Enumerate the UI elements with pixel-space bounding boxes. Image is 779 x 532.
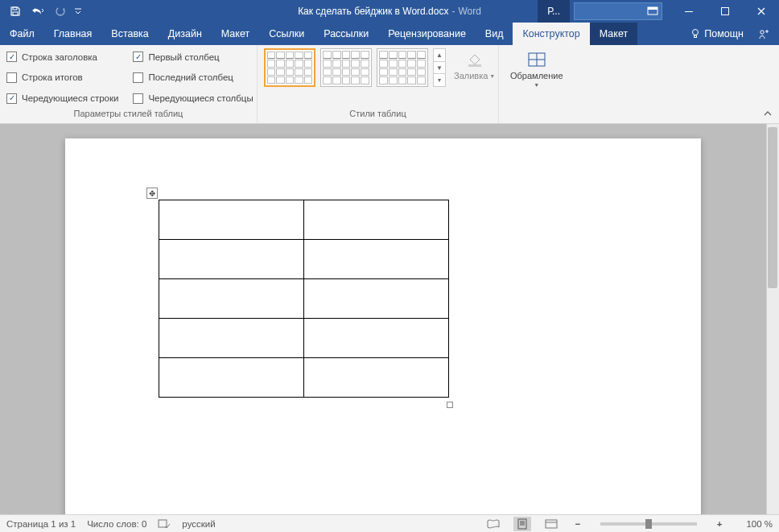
svg-rect-14	[159, 520, 167, 527]
group-label: Параметры стилей таблиц	[6, 107, 250, 122]
account-tab[interactable]: Р...	[538, 0, 570, 23]
svg-point-2	[56, 7, 64, 15]
ribbon-tabs: Файл Главная Вставка Дизайн Макет Ссылки…	[0, 23, 779, 45]
style-thumb-2[interactable]	[320, 48, 372, 87]
check-last-column[interactable]: Последний столбец	[133, 69, 253, 87]
table-row[interactable]	[159, 279, 449, 319]
document-canvas[interactable]: ✥	[0, 124, 766, 514]
tab-mailings[interactable]: Рассылки	[314, 23, 378, 45]
minimize-button[interactable]	[670, 0, 707, 23]
svg-point-7	[693, 30, 699, 35]
status-word-count[interactable]: Число слов: 0	[87, 519, 146, 529]
tab-design[interactable]: Дизайн	[159, 23, 212, 45]
table-cell[interactable]	[159, 200, 304, 240]
tab-file[interactable]: Файл	[0, 23, 44, 45]
zoom-level[interactable]: 100 %	[737, 519, 773, 529]
vertical-scrollbar[interactable]	[766, 124, 779, 514]
group-label	[505, 107, 568, 122]
check-header-row[interactable]: Строка заголовка	[6, 48, 118, 66]
table-style-gallery[interactable]: ▲▼▾	[264, 48, 446, 87]
status-language[interactable]: русский	[182, 519, 215, 529]
group-borders: Обрамление ▼	[499, 45, 575, 123]
table-cell[interactable]	[304, 279, 449, 319]
table-cell[interactable]	[159, 358, 304, 398]
tab-view[interactable]: Вид	[476, 23, 513, 45]
document-name: Как сделать бейджик в Word.docx	[298, 6, 448, 17]
close-button[interactable]	[743, 0, 779, 23]
tab-insert[interactable]: Вставка	[101, 23, 158, 45]
redo-button[interactable]	[50, 2, 71, 21]
svg-rect-6	[721, 8, 728, 15]
table-row[interactable]	[159, 240, 449, 279]
check-label: Чередующиеся столбцы	[148, 93, 253, 103]
style-thumb-3[interactable]	[377, 48, 428, 87]
zoom-knob[interactable]	[645, 519, 652, 529]
tab-references[interactable]: Ссылки	[259, 23, 314, 45]
shading-button[interactable]: Заливка▼	[449, 48, 500, 82]
view-read-mode[interactable]	[484, 517, 502, 531]
group-style-options: Строка заголовка Первый столбец Строка и…	[0, 45, 258, 123]
ribbon-options-button[interactable]	[634, 0, 670, 23]
status-page[interactable]: Страница 1 из 1	[6, 519, 76, 529]
table-cell[interactable]	[159, 240, 304, 279]
table-row[interactable]	[159, 200, 449, 240]
view-web-layout[interactable]	[542, 517, 560, 531]
spellcheck-icon[interactable]	[158, 518, 171, 530]
check-banded-columns[interactable]: Чередующиеся столбцы	[133, 89, 253, 107]
tell-me-label: Помощн	[704, 28, 744, 39]
checkbox-icon	[133, 93, 143, 104]
table-move-handle[interactable]: ✥	[146, 188, 158, 199]
checkbox-icon	[133, 72, 143, 83]
status-bar: Страница 1 из 1 Число слов: 0 русский − …	[0, 514, 779, 532]
title-bar: Как сделать бейджик в Word.docx - Word Р…	[0, 0, 779, 23]
tab-table-layout[interactable]: Макет	[590, 23, 637, 45]
check-banded-rows[interactable]: Чередующиеся строки	[6, 89, 118, 107]
zoom-in-button[interactable]: +	[713, 519, 726, 529]
style-thumb-1[interactable]	[264, 48, 315, 87]
check-label: Строка итогов	[22, 72, 83, 82]
table-row[interactable]	[159, 319, 449, 358]
title-separator: -	[451, 6, 455, 17]
check-total-row[interactable]: Строка итогов	[6, 69, 118, 87]
shading-label: Заливка	[454, 71, 488, 80]
zoom-out-button[interactable]: −	[571, 519, 584, 529]
undo-button[interactable]	[27, 2, 48, 21]
group-label: Стили таблиц	[264, 107, 492, 122]
tell-me-button[interactable]: Помощн	[683, 28, 750, 39]
checkbox-icon	[6, 52, 17, 62]
document-table[interactable]	[159, 200, 449, 398]
save-button[interactable]	[5, 2, 26, 21]
svg-rect-4	[648, 7, 657, 10]
check-label: Последний столбец	[148, 72, 233, 82]
tab-layout[interactable]: Макет	[212, 23, 259, 45]
group-table-styles: ▲▼▾ Заливка▼ Стили таблиц	[258, 45, 499, 123]
dropdown-icon: ▼	[534, 82, 539, 88]
check-first-column[interactable]: Первый столбец	[133, 48, 253, 66]
ribbon: Строка заголовка Первый столбец Строка и…	[0, 45, 779, 124]
customize-qat-button[interactable]	[72, 2, 84, 21]
tab-table-design[interactable]: Конструктор	[513, 23, 589, 45]
gallery-expand-button[interactable]: ▲▼▾	[433, 48, 446, 87]
app-name: Word	[458, 6, 480, 17]
table-cell[interactable]	[304, 358, 449, 398]
table-row[interactable]	[159, 358, 449, 398]
paint-bucket-icon	[464, 50, 486, 69]
tab-review[interactable]: Рецензирование	[378, 23, 476, 45]
table-cell[interactable]	[159, 319, 304, 358]
table-cell[interactable]	[304, 200, 449, 240]
maximize-button[interactable]	[707, 0, 743, 23]
document-workspace: ✥	[0, 124, 779, 514]
borders-button[interactable]: Обрамление ▼	[505, 48, 568, 89]
checkbox-icon	[6, 72, 17, 83]
table-resize-handle[interactable]	[447, 402, 453, 408]
tab-home[interactable]: Главная	[44, 23, 102, 45]
table-cell[interactable]	[159, 279, 304, 319]
scroll-thumb[interactable]	[768, 127, 777, 288]
table-cell[interactable]	[304, 240, 449, 279]
share-button[interactable]	[753, 27, 774, 40]
view-print-layout[interactable]	[513, 517, 531, 531]
zoom-slider[interactable]	[600, 522, 697, 526]
lightbulb-icon	[690, 28, 701, 39]
table-cell[interactable]	[304, 319, 449, 358]
collapse-ribbon-button[interactable]	[761, 107, 774, 120]
